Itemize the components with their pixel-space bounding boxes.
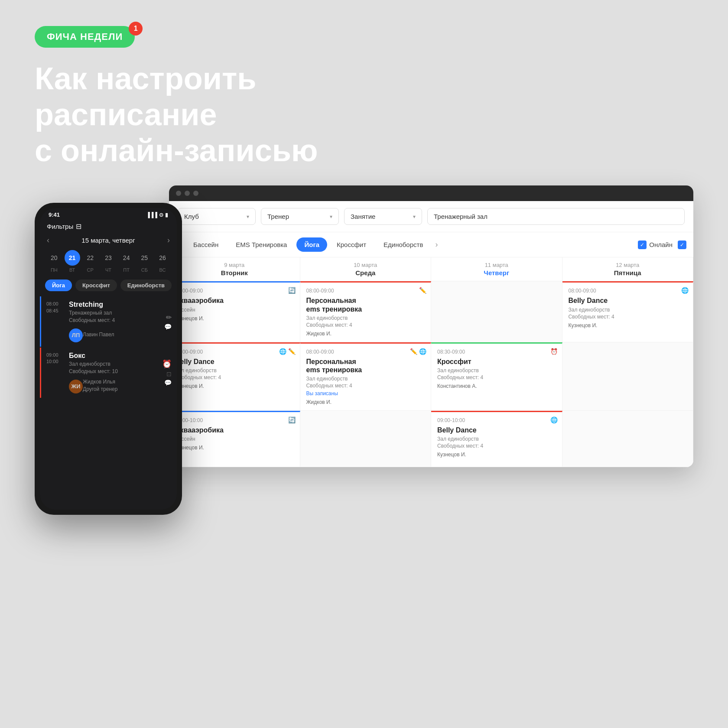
- badge-notification: 1: [129, 22, 143, 36]
- cal-day-sat: СБ: [136, 267, 152, 273]
- filter-trainer[interactable]: Тренер ▾: [261, 208, 339, 225]
- cal-day-wed: СР: [82, 267, 98, 273]
- cal-date-3[interactable]: 23: [101, 250, 116, 266]
- cal-date-2[interactable]: 22: [82, 250, 98, 266]
- cell-2-2-trainer: Кузнецов И.: [437, 452, 556, 458]
- online-checkbox-2[interactable]: ✓: [678, 240, 686, 249]
- chat2-icon[interactable]: 💬: [164, 379, 172, 386]
- edit-icon[interactable]: ✏: [166, 313, 172, 322]
- cell-0-1-trainer: Жидков И.: [306, 331, 425, 337]
- block-icon[interactable]: ⊡: [166, 370, 172, 377]
- cell-0-1-icons: ✏️: [419, 287, 426, 294]
- item2-trainer-sub: Другой тренер: [83, 386, 117, 393]
- cell-1-1-enrolled: Вы записаны: [306, 390, 425, 396]
- cell-0-0[interactable]: 🔄 08:00-09:00 Аквааэробика Бассейн Кузне…: [169, 281, 300, 342]
- tabs-next-arrow[interactable]: ›: [432, 238, 440, 251]
- cell-1-0[interactable]: 🌐 ✏️ 08:00-09:00 Belly Dance Зал единобо…: [169, 342, 300, 411]
- clock-icon[interactable]: ⏰: [162, 359, 172, 369]
- tab-yoga[interactable]: Йога: [296, 237, 327, 252]
- cell-2-0-icons: 🔄: [288, 416, 296, 423]
- item1-actions: ✏ 💬: [164, 301, 172, 342]
- cell-0-1-location: Зал единоборств: [306, 315, 425, 321]
- cell-1-1-title: Персональнаяems тренировка: [306, 358, 425, 374]
- tab-ems[interactable]: EMS Тренировка: [228, 237, 295, 252]
- cell-1-2[interactable]: ⏰ 08:30-09:00 Кроссфит Зал единоборств С…: [431, 342, 562, 411]
- online-label: Онлайн: [649, 241, 673, 248]
- tag-crossfit[interactable]: Кроссфит: [75, 280, 117, 291]
- filter-sliders-icon: ⊟: [76, 222, 81, 231]
- cell-0-0-location: Бассейн: [175, 307, 294, 313]
- cell-1-0-location: Зал единоборств: [175, 367, 294, 374]
- cell-1-0-title: Belly Dance: [175, 358, 294, 366]
- item2-spots: Свободных мест: 10: [69, 368, 162, 375]
- col-1-day: Среда: [307, 269, 424, 276]
- online-checkbox[interactable]: ✓: [638, 240, 647, 249]
- tag-martial[interactable]: Единоборств: [120, 280, 172, 291]
- item2-trainer: Жидков Илья: [83, 378, 117, 386]
- cal-date-5[interactable]: 25: [136, 250, 152, 266]
- item1-spots: Свободных мест: 4: [69, 317, 164, 324]
- filters-label: Фильтры: [47, 223, 73, 230]
- chat-icon[interactable]: 💬: [164, 323, 172, 330]
- tab-martial[interactable]: Единоборств: [376, 237, 431, 252]
- battery-icon: ▮: [165, 212, 168, 218]
- cell-2-2-location: Зал единоборств: [437, 436, 556, 442]
- online-toggle[interactable]: ✓ Онлайн: [638, 240, 673, 249]
- pencil-icon-2: ✏️: [288, 348, 296, 355]
- cell-2-0-title: Аквааэробика: [175, 426, 294, 434]
- col-header-0: 9 марта Вторник: [169, 257, 300, 281]
- online-icon-2: 🌐: [279, 348, 286, 355]
- phone-date: 15 марта, четверг: [81, 237, 135, 244]
- cell-0-3-title: Belly Dance: [569, 296, 687, 305]
- cell-2-0[interactable]: 🔄 09:00-10:00 Аквааэробика Бассейн Кузне…: [169, 411, 300, 467]
- filter-club[interactable]: Клуб ▾: [178, 208, 256, 225]
- online-icon-3: 🌐: [419, 348, 426, 355]
- filter-activity[interactable]: Занятие ▾: [344, 208, 422, 225]
- tab-pool[interactable]: Бассейн: [185, 237, 226, 252]
- cal-date-4[interactable]: 24: [119, 250, 134, 266]
- filters-button[interactable]: Фильтры ⊟: [47, 222, 81, 231]
- phone-date-nav: ‹ 15 марта, четверг ›: [40, 234, 177, 248]
- col-header-2: 11 марта Четверг: [431, 257, 562, 281]
- tag-yoga[interactable]: Йога: [45, 280, 72, 291]
- tab-crossfit[interactable]: Кроссфит: [329, 237, 374, 252]
- content-area: 9:41 ▐▐▐ ⊙ ▮ Фильтры ⊟: [0, 185, 728, 541]
- filter-club-label: Клуб: [184, 213, 199, 220]
- online-toggle-2[interactable]: ✓: [678, 240, 686, 249]
- cell-1-1[interactable]: ✏️ 🌐 08:00-09:00 Персональнаяems трениро…: [300, 342, 432, 411]
- item2-title: Бокс: [69, 352, 162, 360]
- item1-content: Stretching Тренажерный зал Свободных мес…: [69, 301, 164, 342]
- online-icon-4: 🌐: [550, 416, 558, 423]
- cell-2-2[interactable]: 🌐 09:00-10:00 Belly Dance Зал единоборст…: [431, 411, 562, 467]
- desktop-title-bar: [169, 185, 693, 201]
- phone-schedule-item-2: 09:0010:00 Бокс Зал единоборств Свободны…: [40, 348, 177, 398]
- chevron-down-icon: ▾: [247, 214, 249, 220]
- cal-day-fri: ПТ: [119, 267, 134, 273]
- cell-1-1-time: 08:00-09:00: [306, 349, 425, 355]
- top-section: ФИЧА НЕДЕЛИ 1 Как настроить расписаниес …: [0, 0, 728, 185]
- online-icon: 🌐: [681, 287, 689, 294]
- col-0-day: Вторник: [176, 269, 293, 276]
- next-date-arrow[interactable]: ›: [167, 236, 170, 245]
- cell-0-3-trainer: Кузнецов И.: [569, 322, 687, 328]
- cell-2-3: [562, 411, 694, 467]
- phone-status-icons: ▐▐▐ ⊙ ▮: [146, 212, 168, 218]
- col-header-1: 10 марта Среда: [300, 257, 432, 281]
- signal-icon: ▐▐▐: [146, 212, 157, 218]
- cal-date-6[interactable]: 26: [155, 250, 170, 266]
- cal-date-0[interactable]: 20: [46, 250, 62, 266]
- cell-1-0-spots: Свободных мест: 4: [175, 374, 294, 380]
- cell-0-3-spots: Свободных мест: 4: [569, 314, 687, 320]
- prev-date-arrow[interactable]: ‹: [47, 236, 49, 245]
- cal-date-1[interactable]: 21: [65, 250, 80, 266]
- calendar-dates: 20 21 22 23 24 25 26: [45, 250, 172, 266]
- cell-0-1[interactable]: ✏️ 08:00-09:00 Персональнаяems тренировк…: [300, 281, 432, 342]
- cell-0-0-trainer: Кузнецов И.: [175, 315, 294, 322]
- cell-0-3-time: 08:00-09:00: [569, 288, 687, 294]
- schedule-table: 9 марта Вторник 10 марта Среда 11 марта …: [169, 257, 693, 467]
- filter-gym[interactable]: Тренажерный зал: [427, 208, 685, 225]
- cell-2-0-location: Бассейн: [175, 436, 294, 442]
- item2-avatar: ЖИ: [69, 380, 83, 393]
- cell-0-2: [431, 281, 562, 342]
- cell-0-3[interactable]: 🌐 08:00-09:00 Belly Dance Зал единоборст…: [562, 281, 694, 342]
